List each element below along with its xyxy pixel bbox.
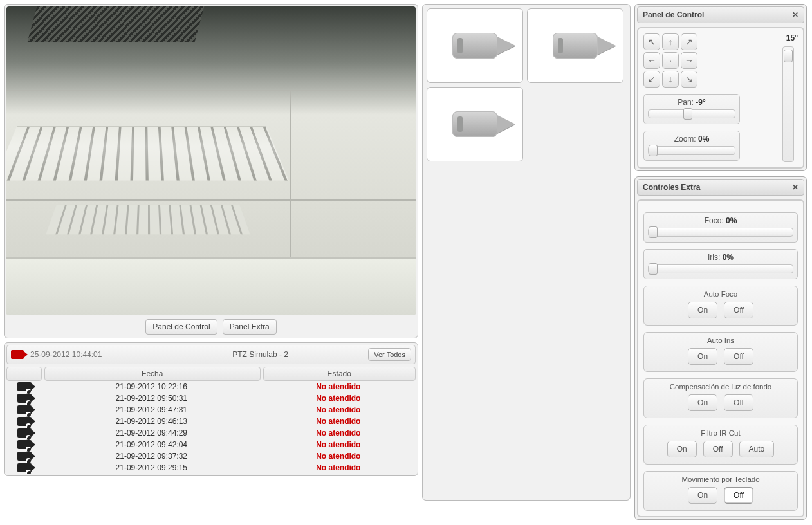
events-panel: 25-09-2012 10:44:01 PTZ Simulab - 2 Ver …	[4, 342, 418, 476]
camera-event-icon	[6, 440, 42, 449]
ptz-arrow-pad: ↖ ↑ ↗ ← · → ↙ ↓ ↘	[643, 33, 740, 88]
main-video-feed[interactable]	[6, 6, 416, 315]
event-row[interactable]: 21-09-2012 09:46:13No atendido	[6, 416, 416, 427]
iris-label: Iris: 0%	[648, 253, 793, 262]
focus-slider[interactable]	[648, 228, 793, 237]
backlight-comp-label: Compensación de luz de fondo	[649, 383, 792, 391]
control-panel-title: Panel de Control	[643, 10, 704, 19]
toggle-extra-panel-button[interactable]: Panel Extra	[223, 319, 277, 335]
events-header-timestamp: 25-09-2012 10:44:01	[30, 350, 152, 359]
auto-iris-off-button[interactable]: Off	[724, 348, 753, 365]
events-col-icon	[6, 367, 42, 381]
camera-event-icon	[6, 394, 42, 403]
event-date: 21-09-2012 09:44:29	[42, 428, 261, 438]
zoom-slider[interactable]	[648, 146, 735, 155]
camera-thumbnail-grid	[422, 4, 631, 501]
event-status: No atendido	[261, 417, 416, 426]
view-all-button[interactable]: Ver Todos	[368, 348, 411, 361]
ircut-off-button[interactable]: Off	[703, 441, 733, 457]
backlight-off-button[interactable]: Off	[724, 394, 753, 411]
auto-focus-on-button[interactable]: On	[688, 302, 717, 318]
event-status: No atendido	[261, 440, 416, 449]
tilt-value: 15°	[786, 33, 798, 42]
close-icon[interactable]: ✕	[792, 183, 798, 192]
zoom-label: Zoom: 0%	[648, 134, 735, 143]
event-row[interactable]: 21-09-2012 09:44:29No atendido	[6, 427, 416, 439]
pan-label: Pan: -9°	[648, 98, 735, 107]
ptz-up-left-button[interactable]: ↖	[643, 33, 660, 50]
camera-icon	[452, 33, 497, 59]
event-status: No atendido	[261, 452, 416, 461]
ptz-center-button[interactable]: ·	[662, 52, 679, 69]
event-date: 21-09-2012 09:46:13	[42, 417, 261, 426]
event-date: 21-09-2012 09:42:04	[42, 440, 261, 449]
backlight-on-button[interactable]: On	[688, 394, 717, 411]
ircut-label: Filtro IR Cut	[649, 429, 792, 437]
main-video-panel: Panel de Control Panel Extra	[4, 4, 418, 338]
keyboard-on-button[interactable]: On	[688, 487, 717, 504]
camera-event-icon	[6, 405, 42, 414]
ptz-down-button[interactable]: ↓	[662, 71, 679, 88]
event-row[interactable]: 21-09-2012 09:42:04No atendido	[6, 439, 416, 450]
ircut-on-button[interactable]: On	[667, 441, 697, 457]
control-panel: Panel de Control ✕ ↖ ↑ ↗ ← · → ↙	[634, 4, 807, 171]
camera-event-icon	[6, 428, 42, 438]
auto-focus-label: Auto Foco	[649, 290, 792, 298]
ptz-down-right-button[interactable]: ↘	[681, 71, 697, 88]
event-row[interactable]: 21-09-2012 09:37:32No atendido	[6, 450, 416, 462]
ptz-down-left-button[interactable]: ↙	[643, 71, 660, 88]
event-status: No atendido	[261, 382, 416, 391]
camera-thumbnail[interactable]	[427, 8, 523, 83]
event-row[interactable]: 21-09-2012 09:47:31No atendido	[6, 404, 416, 416]
toggle-control-panel-button[interactable]: Panel de Control	[145, 319, 217, 335]
focus-label: Foco: 0%	[648, 216, 793, 225]
auto-iris-on-button[interactable]: On	[688, 348, 717, 365]
ptz-up-right-button[interactable]: ↗	[681, 33, 697, 50]
extra-controls-title: Controles Extra	[643, 183, 700, 192]
event-row[interactable]: 21-09-2012 09:29:15No atendido	[6, 462, 416, 474]
tilt-slider[interactable]	[782, 46, 794, 162]
extra-controls-panel: Controles Extra ✕ Foco: 0% Iris: 0%	[634, 176, 807, 520]
ptz-up-button[interactable]: ↑	[662, 33, 679, 50]
event-date: 21-09-2012 09:37:32	[42, 452, 261, 461]
camera-event-icon	[6, 463, 42, 472]
camera-event-icon	[6, 382, 42, 391]
keyboard-move-label: Movimiento por Teclado	[649, 475, 792, 483]
auto-focus-off-button[interactable]: Off	[724, 302, 753, 318]
events-col-state: Estado	[263, 367, 416, 381]
camera-event-icon	[6, 452, 42, 461]
close-icon[interactable]: ✕	[792, 10, 798, 19]
events-header-camera-name: PTZ Simulab - 2	[159, 350, 362, 359]
camera-event-icon	[6, 417, 42, 426]
event-date: 21-09-2012 10:22:16	[42, 382, 261, 391]
events-col-date: Fecha	[44, 367, 261, 381]
keyboard-off-button[interactable]: Off	[724, 487, 753, 504]
event-status: No atendido	[261, 463, 416, 472]
event-date: 21-09-2012 09:47:31	[42, 405, 261, 414]
event-status: No atendido	[261, 394, 416, 403]
event-date: 21-09-2012 09:50:31	[42, 394, 261, 403]
camera-thumbnail[interactable]	[527, 8, 623, 83]
event-row[interactable]: 21-09-2012 10:22:16No atendido	[6, 381, 416, 392]
event-date: 21-09-2012 09:29:15	[42, 463, 261, 472]
camera-alert-icon	[11, 350, 24, 359]
event-status: No atendido	[261, 428, 416, 438]
camera-thumbnail[interactable]	[427, 87, 523, 161]
event-status: No atendido	[261, 405, 416, 414]
ptz-left-button[interactable]: ←	[643, 52, 660, 69]
event-row[interactable]: 21-09-2012 09:50:31No atendido	[6, 392, 416, 404]
auto-iris-label: Auto Iris	[649, 336, 792, 344]
ptz-right-button[interactable]: →	[681, 52, 697, 69]
camera-icon	[553, 33, 598, 59]
camera-icon	[452, 111, 497, 137]
iris-slider[interactable]	[648, 264, 793, 273]
pan-slider[interactable]	[648, 109, 735, 118]
ircut-auto-button[interactable]: Auto	[739, 441, 775, 457]
